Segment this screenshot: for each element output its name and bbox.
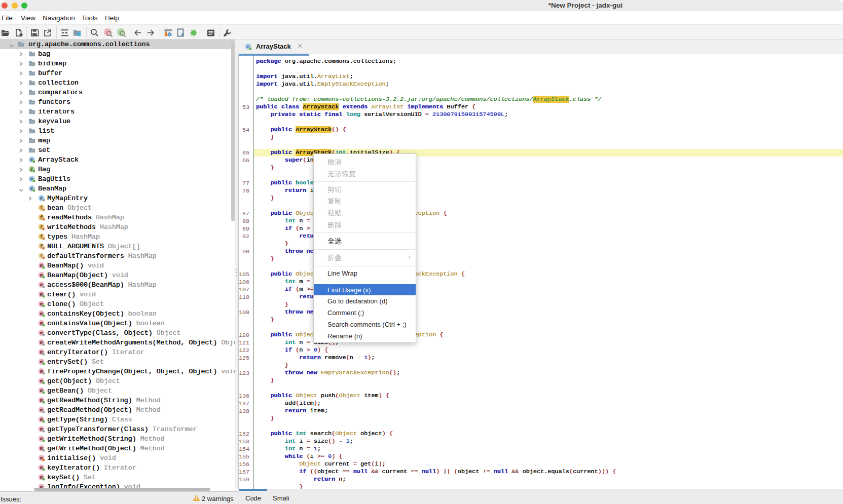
svg-text:m: m <box>40 484 43 488</box>
